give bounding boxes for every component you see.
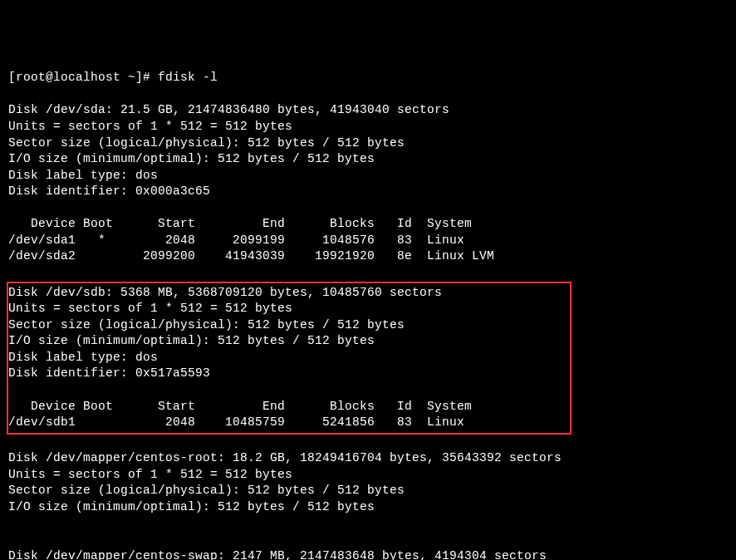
blank-line — [8, 532, 728, 548]
command-prompt: [root@localhost ~]# fdisk -l — [8, 70, 728, 86]
sdb-partition-row: /dev/sdb1 2048 10485759 5241856 83 Linux — [8, 415, 570, 431]
disk-centos-swap-header: Disk /dev/mapper/centos-swap: 2147 MB, 2… — [8, 548, 728, 560]
disk-sdb-identifier: Disk identifier: 0x517a5593 — [8, 366, 570, 382]
disk-sda-units: Units = sectors of 1 * 512 = 512 bytes — [8, 119, 728, 135]
disk-sda-io-size: I/O size (minimum/optimal): 512 bytes / … — [8, 151, 728, 168]
terminal-output: [root@localhost ~]# fdisk -lDisk /dev/sd… — [8, 70, 728, 560]
disk-sda-sector-size: Sector size (logical/physical): 512 byte… — [8, 135, 728, 152]
disk-sdb-units: Units = sectors of 1 * 512 = 512 bytes — [8, 301, 570, 317]
blank-line — [8, 200, 728, 217]
sda-partition-table-header: Device Boot Start End Blocks Id System — [8, 216, 728, 233]
disk-centos-root-header: Disk /dev/mapper/centos-root: 18.2 GB, 1… — [8, 450, 728, 467]
blank-line — [8, 265, 728, 282]
disk-centos-root-units: Units = sectors of 1 * 512 = 512 bytes — [8, 467, 728, 484]
sda-partition-row: /dev/sda2 2099200 41943039 19921920 8e L… — [8, 248, 728, 265]
disk-sdb-io-size: I/O size (minimum/optimal): 512 bytes / … — [8, 333, 570, 350]
disk-sda-header: Disk /dev/sda: 21.5 GB, 21474836480 byte… — [8, 102, 728, 119]
sdb-partition-table-header: Device Boot Start End Blocks Id System — [8, 399, 570, 415]
sda-partition-row: /dev/sda1 * 2048 2099199 1048576 83 Linu… — [8, 233, 728, 249]
disk-sda-identifier: Disk identifier: 0x000a3c65 — [8, 184, 728, 200]
blank-line — [8, 435, 728, 451]
blank-line — [8, 86, 728, 103]
disk-centos-root-sector-size: Sector size (logical/physical): 512 byte… — [8, 483, 728, 499]
disk-sdb-label-type: Disk label type: dos — [8, 350, 570, 366]
disk-sdb-sector-size: Sector size (logical/physical): 512 byte… — [8, 317, 570, 334]
blank-line — [8, 382, 570, 399]
sdb-highlight-box: Disk /dev/sdb: 5368 MB, 5368709120 bytes… — [7, 282, 572, 435]
disk-centos-root-io-size: I/O size (minimum/optimal): 512 bytes / … — [8, 499, 728, 516]
disk-sdb-header: Disk /dev/sdb: 5368 MB, 5368709120 bytes… — [8, 285, 570, 302]
disk-sda-label-type: Disk label type: dos — [8, 168, 728, 184]
blank-line — [8, 515, 728, 532]
